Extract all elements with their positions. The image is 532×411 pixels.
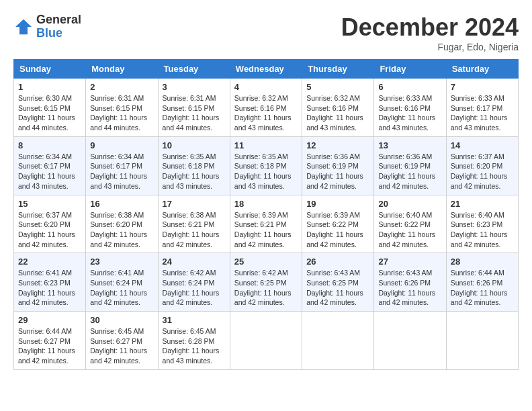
calendar-cell: 25Sunrise: 6:42 AMSunset: 6:25 PMDayligh…: [230, 253, 302, 312]
day-number: 20: [378, 199, 441, 209]
calendar-week-row: 1Sunrise: 6:30 AMSunset: 6:15 PMDaylight…: [14, 79, 519, 137]
title-area: December 2024 Fugar, Edo, Nigeria: [341, 13, 519, 52]
calendar-cell: [230, 312, 302, 370]
day-number: 15: [18, 199, 81, 209]
header-cell: Thursday: [302, 60, 374, 79]
cell-content: Sunrise: 6:31 AMSunset: 6:15 PMDaylight:…: [90, 93, 153, 133]
day-number: 27: [378, 257, 441, 267]
calendar-cell: 24Sunrise: 6:42 AMSunset: 6:24 PMDayligh…: [158, 253, 230, 312]
cell-content: Sunrise: 6:44 AMSunset: 6:27 PMDaylight:…: [18, 326, 81, 366]
calendar-cell: 20Sunrise: 6:40 AMSunset: 6:22 PMDayligh…: [374, 195, 446, 253]
calendar-cell: 17Sunrise: 6:38 AMSunset: 6:21 PMDayligh…: [158, 195, 230, 253]
calendar-table: SundayMondayTuesdayWednesdayThursdayFrid…: [13, 59, 519, 370]
cell-content: Sunrise: 6:42 AMSunset: 6:24 PMDaylight:…: [163, 268, 226, 308]
day-number: 29: [18, 315, 81, 325]
calendar-cell: 15Sunrise: 6:37 AMSunset: 6:20 PMDayligh…: [14, 195, 86, 253]
cell-content: Sunrise: 6:45 AMSunset: 6:27 PMDaylight:…: [90, 326, 153, 366]
cell-content: Sunrise: 6:44 AMSunset: 6:26 PMDaylight:…: [451, 268, 514, 308]
svg-marker-0: [15, 19, 32, 35]
cell-content: Sunrise: 6:40 AMSunset: 6:22 PMDaylight:…: [378, 210, 441, 250]
cell-content: Sunrise: 6:40 AMSunset: 6:23 PMDaylight:…: [451, 210, 514, 250]
calendar-cell: 4Sunrise: 6:32 AMSunset: 6:16 PMDaylight…: [230, 79, 302, 137]
day-number: 10: [163, 140, 226, 150]
cell-content: Sunrise: 6:43 AMSunset: 6:25 PMDaylight:…: [306, 268, 369, 308]
logo-text: General Blue: [36, 13, 81, 40]
cell-content: Sunrise: 6:43 AMSunset: 6:26 PMDaylight:…: [378, 268, 441, 308]
calendar-cell: 1Sunrise: 6:30 AMSunset: 6:15 PMDaylight…: [14, 79, 86, 137]
cell-content: Sunrise: 6:33 AMSunset: 6:17 PMDaylight:…: [451, 93, 514, 133]
calendar-cell: 6Sunrise: 6:33 AMSunset: 6:16 PMDaylight…: [374, 79, 446, 137]
cell-content: Sunrise: 6:31 AMSunset: 6:15 PMDaylight:…: [163, 93, 226, 133]
calendar-cell: 21Sunrise: 6:40 AMSunset: 6:23 PMDayligh…: [446, 195, 518, 253]
calendar-week-row: 15Sunrise: 6:37 AMSunset: 6:20 PMDayligh…: [14, 195, 519, 253]
day-number: 22: [18, 257, 81, 267]
calendar-cell: [374, 312, 446, 370]
day-number: 25: [234, 257, 298, 267]
logo: General Blue: [13, 13, 81, 40]
calendar-cell: [446, 312, 518, 370]
cell-content: Sunrise: 6:38 AMSunset: 6:21 PMDaylight:…: [163, 210, 226, 250]
month-title: December 2024: [341, 13, 519, 42]
calendar-cell: 29Sunrise: 6:44 AMSunset: 6:27 PMDayligh…: [14, 312, 86, 370]
logo-blue: Blue: [36, 27, 81, 40]
day-number: 24: [163, 257, 226, 267]
day-number: 4: [234, 82, 298, 92]
cell-content: Sunrise: 6:42 AMSunset: 6:25 PMDaylight:…: [234, 268, 298, 308]
header-cell: Wednesday: [230, 60, 302, 79]
calendar-cell: 18Sunrise: 6:39 AMSunset: 6:21 PMDayligh…: [230, 195, 302, 253]
calendar-week-row: 29Sunrise: 6:44 AMSunset: 6:27 PMDayligh…: [14, 312, 519, 370]
calendar-cell: 2Sunrise: 6:31 AMSunset: 6:15 PMDaylight…: [86, 79, 158, 137]
calendar-cell: 7Sunrise: 6:33 AMSunset: 6:17 PMDaylight…: [446, 79, 518, 137]
day-number: 28: [451, 257, 514, 267]
header: General Blue December 2024 Fugar, Edo, N…: [13, 13, 519, 52]
calendar-cell: 30Sunrise: 6:45 AMSunset: 6:27 PMDayligh…: [86, 312, 158, 370]
day-number: 13: [378, 140, 441, 150]
calendar-cell: 13Sunrise: 6:36 AMSunset: 6:19 PMDayligh…: [374, 136, 446, 195]
day-number: 18: [234, 199, 298, 209]
logo-general: General: [36, 13, 81, 27]
day-number: 14: [451, 140, 514, 150]
day-number: 12: [306, 140, 369, 150]
day-number: 9: [90, 140, 153, 150]
cell-content: Sunrise: 6:37 AMSunset: 6:20 PMDaylight:…: [18, 210, 81, 250]
cell-content: Sunrise: 6:41 AMSunset: 6:24 PMDaylight:…: [90, 268, 153, 308]
cell-content: Sunrise: 6:35 AMSunset: 6:18 PMDaylight:…: [234, 152, 298, 191]
cell-content: Sunrise: 6:39 AMSunset: 6:22 PMDaylight:…: [306, 210, 369, 250]
cell-content: Sunrise: 6:34 AMSunset: 6:17 PMDaylight:…: [18, 152, 81, 191]
logo-icon: [13, 17, 34, 37]
calendar-cell: 19Sunrise: 6:39 AMSunset: 6:22 PMDayligh…: [302, 195, 374, 253]
calendar-cell: 9Sunrise: 6:34 AMSunset: 6:17 PMDaylight…: [86, 136, 158, 195]
cell-content: Sunrise: 6:34 AMSunset: 6:17 PMDaylight:…: [90, 152, 153, 191]
cell-content: Sunrise: 6:32 AMSunset: 6:16 PMDaylight:…: [234, 93, 298, 133]
calendar-cell: 28Sunrise: 6:44 AMSunset: 6:26 PMDayligh…: [446, 253, 518, 312]
calendar-cell: 23Sunrise: 6:41 AMSunset: 6:24 PMDayligh…: [86, 253, 158, 312]
calendar-cell: [302, 312, 374, 370]
day-number: 8: [18, 140, 81, 150]
location: Fugar, Edo, Nigeria: [341, 42, 519, 52]
calendar-cell: 16Sunrise: 6:38 AMSunset: 6:20 PMDayligh…: [86, 195, 158, 253]
calendar-body: 1Sunrise: 6:30 AMSunset: 6:15 PMDaylight…: [14, 79, 519, 370]
cell-content: Sunrise: 6:45 AMSunset: 6:28 PMDaylight:…: [163, 326, 226, 366]
day-number: 2: [90, 82, 153, 92]
calendar-cell: 3Sunrise: 6:31 AMSunset: 6:15 PMDaylight…: [158, 79, 230, 137]
day-number: 16: [90, 199, 153, 209]
calendar-cell: 11Sunrise: 6:35 AMSunset: 6:18 PMDayligh…: [230, 136, 302, 195]
cell-content: Sunrise: 6:32 AMSunset: 6:16 PMDaylight:…: [306, 93, 369, 133]
cell-content: Sunrise: 6:36 AMSunset: 6:19 PMDaylight:…: [306, 152, 369, 191]
calendar-cell: 22Sunrise: 6:41 AMSunset: 6:23 PMDayligh…: [14, 253, 86, 312]
calendar-week-row: 8Sunrise: 6:34 AMSunset: 6:17 PMDaylight…: [14, 136, 519, 195]
header-cell: Saturday: [446, 60, 518, 79]
day-number: 6: [378, 82, 441, 92]
calendar-cell: 31Sunrise: 6:45 AMSunset: 6:28 PMDayligh…: [158, 312, 230, 370]
calendar-cell: 5Sunrise: 6:32 AMSunset: 6:16 PMDaylight…: [302, 79, 374, 137]
cell-content: Sunrise: 6:30 AMSunset: 6:15 PMDaylight:…: [18, 93, 81, 133]
calendar-cell: 14Sunrise: 6:37 AMSunset: 6:20 PMDayligh…: [446, 136, 518, 195]
calendar-header: SundayMondayTuesdayWednesdayThursdayFrid…: [14, 60, 519, 79]
day-number: 17: [163, 199, 226, 209]
day-number: 31: [163, 315, 226, 325]
day-number: 7: [451, 82, 514, 92]
cell-content: Sunrise: 6:33 AMSunset: 6:16 PMDaylight:…: [378, 93, 441, 133]
cell-content: Sunrise: 6:37 AMSunset: 6:20 PMDaylight:…: [451, 152, 514, 191]
cell-content: Sunrise: 6:41 AMSunset: 6:23 PMDaylight:…: [18, 268, 81, 308]
day-number: 23: [90, 257, 153, 267]
